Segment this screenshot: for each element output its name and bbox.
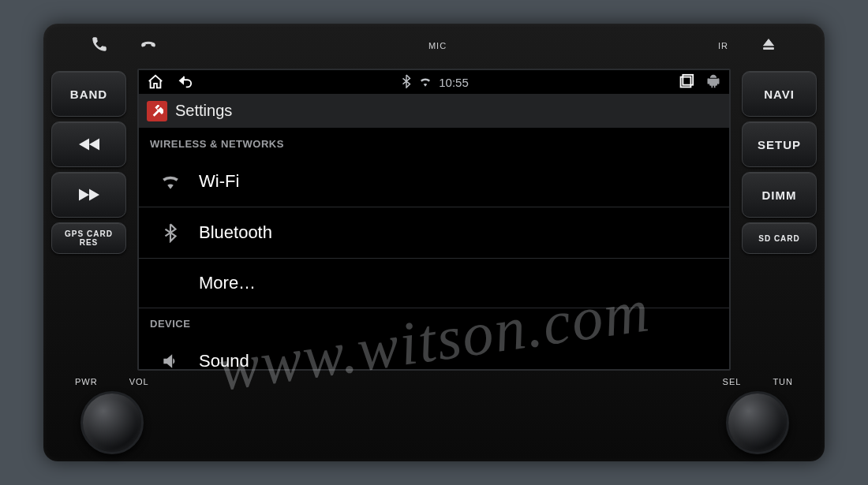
settings-title: Settings <box>175 102 232 120</box>
sound-icon <box>159 350 181 369</box>
wifi-row[interactable]: Wi-Fi <box>139 156 729 207</box>
vol-label: VOL <box>129 377 149 386</box>
more-label: More… <box>199 273 256 293</box>
lcd-screen: 10:55 Settings WIRELESS & NE <box>137 69 731 371</box>
gps-card-res-button[interactable]: GPS CARDRES <box>51 222 126 254</box>
status-wifi-icon <box>418 76 432 89</box>
top-strip: MIC IR <box>43 24 825 67</box>
navi-button[interactable]: NAVI <box>742 71 817 117</box>
sel-label: SEL <box>723 377 742 386</box>
bluetooth-icon <box>159 222 181 244</box>
band-button[interactable]: BAND <box>51 71 126 117</box>
recents-icon[interactable] <box>677 73 694 91</box>
bluetooth-label: Bluetooth <box>199 222 272 243</box>
settings-app-icon <box>147 101 167 121</box>
prev-track-button[interactable] <box>51 121 126 167</box>
status-bluetooth-icon <box>401 74 412 91</box>
tun-label: TUN <box>773 377 793 386</box>
wifi-label: Wi-Fi <box>199 171 239 192</box>
section-header-wireless: WIRELESS & NETWORKS <box>139 129 729 156</box>
home-icon[interactable] <box>147 73 164 91</box>
knob-row: PWR VOL SEL TUN <box>43 371 825 461</box>
volume-knob[interactable] <box>80 391 144 454</box>
status-time: 10:55 <box>439 76 469 89</box>
next-track-button[interactable] <box>51 172 126 218</box>
section-header-device: DEVICE <box>139 308 729 336</box>
head-unit-bezel: MIC IR BAND GPS CARDRES <box>43 24 825 461</box>
back-icon[interactable] <box>175 73 193 91</box>
bluetooth-row[interactable]: Bluetooth <box>139 207 729 259</box>
left-button-column: BAND GPS CARDRES <box>43 67 134 371</box>
android-status-bar: 10:55 <box>139 70 729 94</box>
settings-header: Settings <box>139 94 729 129</box>
right-button-column: NAVI SETUP DIMM SD CARD <box>734 67 825 371</box>
tune-knob[interactable] <box>726 391 789 454</box>
settings-list[interactable]: WIRELESS & NETWORKS Wi-Fi Bluetooth More… <box>139 129 729 369</box>
sound-label: Sound <box>199 351 249 369</box>
phone-hangup-icon[interactable] <box>140 35 157 55</box>
phone-pickup-icon[interactable] <box>91 35 108 55</box>
more-row[interactable]: More… <box>139 259 729 308</box>
pwr-label: PWR <box>75 377 98 386</box>
wifi-icon <box>159 170 181 192</box>
eject-icon[interactable] <box>760 35 777 55</box>
dimm-button[interactable]: DIMM <box>742 172 817 218</box>
sound-row[interactable]: Sound <box>139 336 729 369</box>
setup-button[interactable]: SETUP <box>742 121 817 167</box>
sd-card-button[interactable]: SD CARD <box>742 222 817 254</box>
android-icon <box>705 73 721 91</box>
mic-label: MIC <box>428 41 447 50</box>
ir-label: IR <box>718 41 728 50</box>
